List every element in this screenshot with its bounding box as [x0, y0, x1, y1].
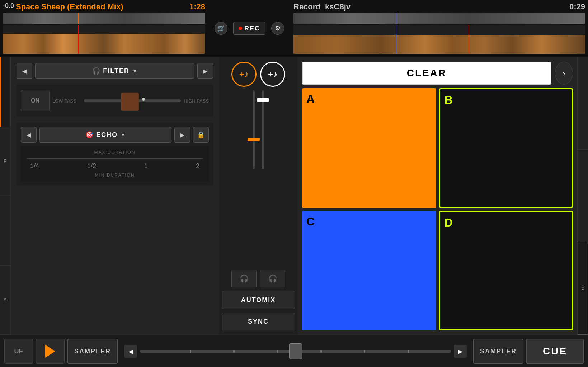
echo-panel: ◀ 🎯 ECHO ▼ ▶ 🔒 MAX DURATION 1/4 1/2 1 2: [17, 123, 213, 186]
right-panel: CLEAR › A B C D: [298, 57, 577, 335]
echo-name-button[interactable]: 🎯 ECHO ▼: [39, 127, 171, 143]
automix-label: AUTOMIX: [241, 296, 276, 304]
filter-on-button[interactable]: ON: [21, 90, 50, 111]
gear-icon[interactable]: ⚙: [271, 22, 284, 35]
pad-c[interactable]: C: [302, 211, 436, 330]
left-deck-header: -0.0 Space Sheep (Extended Mix) 1:28: [0, 0, 208, 57]
echo-controls: ◀ 🎯 ECHO ▼ ▶ 🔒: [21, 127, 209, 143]
crossfader-right-button[interactable]: ▶: [454, 345, 467, 358]
hc-label: H C: [581, 285, 585, 291]
headphone-left-button[interactable]: 🎧: [231, 270, 257, 287]
p-label: P: [4, 159, 6, 164]
track-time-right: 0:29: [569, 2, 585, 11]
filter-prev-button[interactable]: ◀: [17, 63, 32, 79]
sync-label: SYNC: [248, 318, 269, 325]
right-edge-item-2[interactable]: [578, 150, 588, 242]
echo-prev-button[interactable]: ◀: [21, 127, 37, 143]
add-left-icon: +♪: [239, 69, 249, 79]
bpm-left: -0.0: [3, 2, 14, 10]
left-edge-item-4[interactable]: S: [0, 266, 10, 335]
pad-d-label: D: [444, 216, 453, 229]
rec-label: REC: [244, 25, 260, 32]
left-edge-item-2[interactable]: P: [0, 127, 10, 196]
filter-icon: 🎧: [92, 67, 100, 75]
next-page-button[interactable]: ›: [555, 62, 573, 85]
waveform-main-right[interactable]: [293, 25, 585, 54]
add-track-buttons: +♪ +♪: [231, 62, 285, 87]
next-icon: ›: [563, 69, 565, 77]
crossfader-track[interactable]: [140, 350, 451, 353]
left-fader-container: [253, 90, 255, 169]
max-duration-slider[interactable]: [27, 158, 203, 159]
filter-labels: LOW PASS: [52, 98, 81, 104]
cue-left-label: UE: [14, 348, 23, 355]
crossfader-left-button[interactable]: ◀: [124, 345, 137, 358]
left-edge-item-1[interactable]: [0, 57, 10, 127]
waveform-mini-right[interactable]: [293, 13, 585, 24]
play-button[interactable]: [36, 339, 65, 364]
right-fader-track[interactable]: [262, 90, 264, 169]
center-mixer: +♪ +♪ 🎧 🎧 AUTOMIX: [219, 57, 298, 335]
filter-caret-icon: ▼: [132, 68, 137, 74]
echo-lock-button[interactable]: 🔒: [193, 127, 209, 143]
waveform-main-left[interactable]: [3, 25, 205, 54]
sync-button[interactable]: SYNC: [222, 313, 295, 330]
sampler-right-button[interactable]: SAMPLER: [473, 339, 523, 364]
filter-name-button[interactable]: 🎧 FILTER ▼: [35, 63, 194, 79]
right-edge-hc[interactable]: H C: [578, 242, 588, 335]
add-track-left-button[interactable]: +♪: [231, 62, 257, 87]
pad-c-label: C: [306, 215, 315, 228]
add-track-right-button[interactable]: +♪: [260, 62, 285, 87]
echo-caret-icon: ▼: [121, 132, 126, 138]
duration-val-1: 1/2: [87, 162, 96, 170]
waveform-mini-left[interactable]: [3, 13, 205, 24]
play-icon: [45, 345, 55, 358]
cue-right-button[interactable]: CUE: [526, 339, 584, 364]
clear-row: CLEAR ›: [302, 62, 573, 85]
crossfader-thumb[interactable]: [289, 343, 302, 359]
filter-dot-indicator: [142, 98, 145, 101]
track-title-left: Space Sheep (Extended Mix): [16, 2, 123, 11]
on-label: ON: [31, 97, 39, 104]
clear-button[interactable]: CLEAR: [302, 62, 551, 85]
cue-left-button[interactable]: UE: [4, 339, 33, 364]
pad-b[interactable]: B: [439, 88, 573, 208]
right-edge-panel: H C: [577, 57, 588, 335]
filter-slider-area: ON LOW PASS HIGH PASS: [17, 85, 213, 117]
cart-icon[interactable]: 🛒: [215, 22, 227, 35]
min-duration-label: MIN DURATION: [27, 173, 203, 178]
filter-label: FILTER: [103, 67, 130, 75]
top-bar: -0.0 Space Sheep (Extended Mix) 1:28 🛒 R…: [0, 0, 588, 57]
main-content: P S ◀ 🎧 FILTER ▼ ▶ ON LOW PASS: [0, 57, 588, 335]
headphone-right-button[interactable]: 🎧: [260, 270, 285, 287]
high-pass-label: HIGH PASS: [184, 98, 209, 104]
automix-button[interactable]: AUTOMIX: [222, 291, 295, 309]
pad-a[interactable]: A: [302, 88, 436, 208]
left-edge-panel: P S: [0, 57, 11, 335]
right-fader-thumb[interactable]: [257, 98, 269, 102]
left-fader-track[interactable]: [253, 90, 255, 169]
fx-panel: ◀ 🎧 FILTER ▼ ▶ ON LOW PASS HIGH PASS: [11, 57, 219, 335]
fader-row: [253, 90, 264, 266]
sampler-left-button[interactable]: SAMPLER: [67, 339, 118, 364]
duration-values: 1/4 1/2 1 2: [27, 162, 203, 170]
echo-duration-panel: MAX DURATION 1/4 1/2 1 2 MIN DURATION: [21, 146, 209, 181]
echo-icon: 🎯: [85, 131, 93, 139]
left-fader-thumb[interactable]: [248, 138, 260, 141]
pads-grid: A B C D: [302, 88, 573, 330]
filter-slider[interactable]: [84, 99, 181, 102]
cue-right-label: CUE: [543, 345, 567, 357]
right-edge-item-1[interactable]: [578, 57, 588, 150]
add-right-icon: +♪: [268, 69, 277, 79]
filter-thumb[interactable]: [121, 93, 139, 111]
echo-next-button[interactable]: ▶: [174, 127, 190, 143]
filter-next-button[interactable]: ▶: [197, 63, 213, 79]
rec-button[interactable]: REC: [233, 22, 265, 35]
pad-d[interactable]: D: [439, 211, 573, 330]
left-edge-item-3[interactable]: [0, 196, 10, 266]
rec-dot: [239, 27, 242, 30]
top-center-controls: 🛒 REC ⚙: [208, 0, 291, 57]
max-duration-label: MAX DURATION: [27, 150, 203, 155]
duration-val-2: 1: [144, 162, 148, 170]
low-pass-label: LOW PASS: [52, 98, 76, 104]
